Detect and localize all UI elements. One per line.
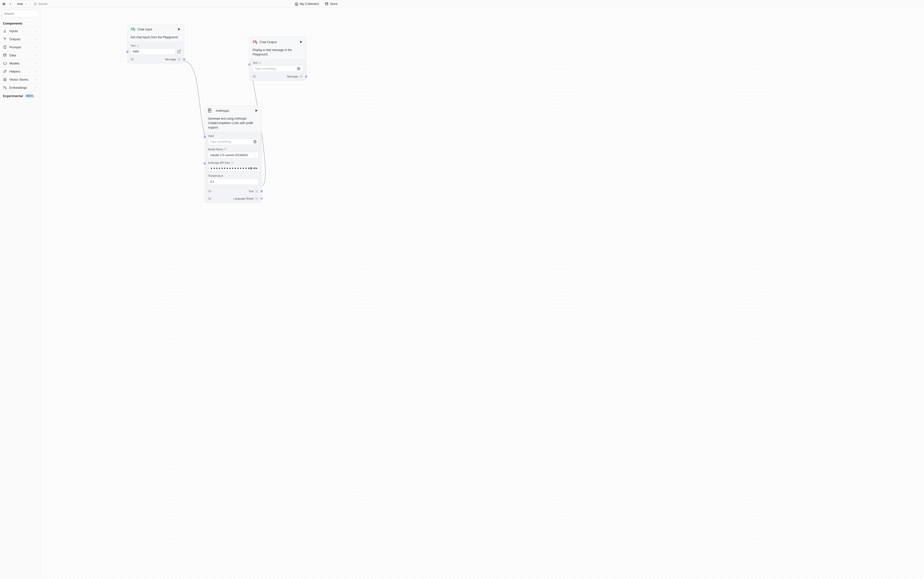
- sidebar-item-label: Embeddings: [9, 86, 27, 90]
- input-value-input[interactable]: [208, 139, 258, 145]
- field-label: Text: [253, 61, 303, 64]
- output-port-language-model[interactable]: [261, 198, 262, 200]
- project-dropdown[interactable]: chat: [15, 1, 29, 7]
- svg-marker-13: [178, 28, 180, 31]
- file-icon: [3, 45, 7, 49]
- component-list: Inputs Outputs Prompts Data Models Helpe…: [0, 27, 41, 92]
- svg-marker-26: [256, 110, 258, 112]
- play-icon[interactable]: [177, 27, 181, 31]
- sidebar-experimental[interactable]: Experimental BETA: [0, 92, 41, 100]
- beta-badge: BETA: [25, 94, 34, 98]
- field-label: Temperature: [208, 174, 258, 177]
- sidebar-item-models[interactable]: Models: [0, 59, 41, 67]
- node-header[interactable]: Chat Output: [249, 37, 306, 47]
- svg-point-18: [179, 59, 179, 60]
- node-chat-input[interactable]: Chat Input Get chat inputs from the Play…: [127, 24, 184, 63]
- node-anthropic[interactable]: ANTHROP\C Anthropic Generate text using …: [205, 106, 262, 203]
- store-link[interactable]: Store: [325, 2, 337, 6]
- chevron-right-icon: [34, 38, 37, 41]
- search-input[interactable]: [4, 12, 45, 15]
- back-button[interactable]: [7, 1, 13, 7]
- node-header[interactable]: Chat Input: [128, 24, 184, 34]
- input-port-text[interactable]: [248, 64, 250, 65]
- store-icon: [325, 2, 329, 6]
- eye-icon[interactable]: [208, 190, 212, 193]
- input-port-apikey[interactable]: [204, 162, 206, 165]
- sidebar-item-embeddings[interactable]: Embeddings: [0, 83, 41, 92]
- scan-icon[interactable]: [300, 75, 303, 78]
- topbar-left: chat Saved: [2, 1, 47, 7]
- info-icon[interactable]: [137, 44, 139, 47]
- text-value-input[interactable]: [253, 65, 303, 72]
- scan-icon[interactable]: [255, 190, 258, 193]
- my-collection-label: My Collection: [300, 2, 319, 6]
- database-icon: [3, 53, 7, 57]
- node-footer: Message: [249, 73, 306, 80]
- node-title: Chat Output: [259, 40, 297, 44]
- eye-icon[interactable]: [208, 197, 212, 200]
- field-label: Text: [130, 44, 181, 47]
- node-body: Text Message: [249, 59, 306, 80]
- input-row: [130, 48, 181, 55]
- globe-icon[interactable]: [249, 167, 253, 170]
- node-description: Generate text using Anthropic Chat&Compl…: [205, 116, 261, 132]
- scan-icon[interactable]: [255, 197, 258, 200]
- canvas[interactable]: Chat Input Get chat inputs from the Play…: [41, 8, 339, 213]
- node-chat-output[interactable]: Chat Output Display a chat message in th…: [249, 37, 306, 80]
- search-box[interactable]: [2, 10, 39, 17]
- info-icon[interactable]: [258, 62, 261, 64]
- svg-point-38: [209, 198, 210, 199]
- globe-icon[interactable]: [297, 67, 301, 70]
- node-body: Input Model Name claude-3-5-sonnet-20240…: [205, 132, 261, 202]
- input-port[interactable]: [126, 51, 128, 53]
- sidebar-item-prompts[interactable]: Prompts: [0, 43, 41, 51]
- node-body: Text Message: [128, 42, 184, 63]
- output-port-text[interactable]: [261, 190, 262, 192]
- eye-icon[interactable]: [253, 75, 256, 78]
- eye-icon[interactable]: [254, 167, 257, 170]
- node-footer: Message: [128, 56, 184, 63]
- svg-point-39: [256, 198, 257, 199]
- svg-point-24: [254, 76, 255, 77]
- node-header[interactable]: ANTHROP\C Anthropic: [205, 106, 261, 116]
- svg-point-35: [255, 168, 256, 168]
- chevron-right-icon: [34, 86, 37, 89]
- saved-indicator: Saved: [34, 2, 47, 6]
- sidebar-item-label: Helpers: [9, 70, 20, 73]
- output-port-message[interactable]: [305, 75, 307, 77]
- sidebar-item-label: Models: [9, 62, 20, 65]
- external-link-icon[interactable]: [177, 49, 181, 54]
- input-row: [253, 65, 303, 72]
- chevron-down-icon: [24, 2, 28, 5]
- svg-rect-11: [4, 86, 5, 88]
- info-icon[interactable]: [224, 148, 227, 150]
- sidebar-item-outputs[interactable]: Outputs: [0, 35, 41, 43]
- play-icon[interactable]: [299, 40, 303, 44]
- chevron-right-icon: [34, 46, 37, 49]
- my-collection-link[interactable]: My Collection: [295, 2, 319, 6]
- globe-icon[interactable]: [253, 140, 257, 144]
- sidebar-item-helpers[interactable]: Helpers: [0, 67, 41, 75]
- eye-icon[interactable]: [130, 57, 134, 61]
- sidebar-item-inputs[interactable]: Inputs: [0, 27, 41, 35]
- scan-icon[interactable]: [178, 57, 181, 61]
- field-text: Text: [249, 59, 306, 73]
- input-port-input[interactable]: [204, 136, 206, 138]
- home-icon: [295, 2, 298, 6]
- sidebar-item-vector-stores[interactable]: Vector Stores: [0, 75, 41, 83]
- play-icon[interactable]: [254, 109, 258, 113]
- temperature-input[interactable]: [208, 178, 258, 185]
- field-text: Text: [128, 42, 184, 56]
- output-port-message[interactable]: [183, 58, 185, 60]
- svg-marker-19: [300, 41, 302, 43]
- node-footer-text: Text: [205, 187, 261, 195]
- text-value-input[interactable]: [130, 48, 176, 55]
- components-section-title: Components: [0, 19, 41, 27]
- chevron-right-icon: [34, 29, 37, 32]
- download-icon: [3, 29, 7, 33]
- info-icon[interactable]: [231, 161, 233, 164]
- sidebar-item-data[interactable]: Data: [0, 51, 41, 59]
- layers-icon: [3, 77, 7, 82]
- svg-point-3: [34, 2, 36, 5]
- model-select[interactable]: claude-3-5-sonnet-20240620: [208, 152, 258, 159]
